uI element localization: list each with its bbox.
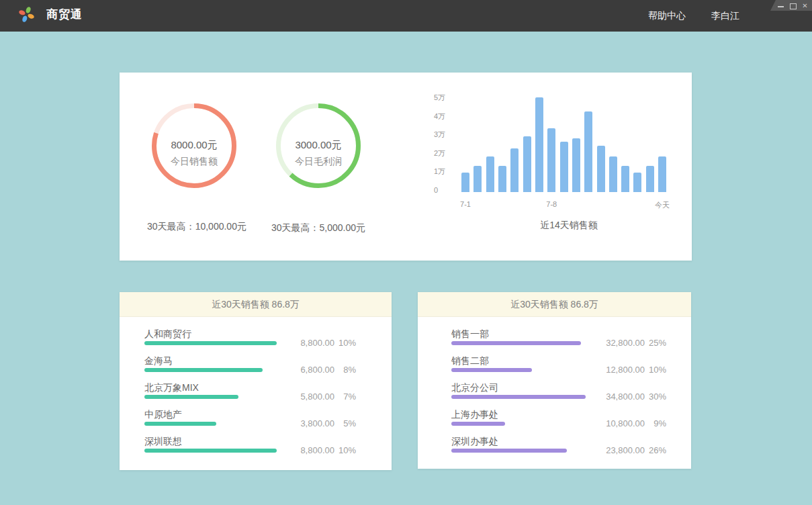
list-item: 中原地产3,800.005% — [144, 408, 356, 428]
item-percent: 9% — [645, 418, 666, 429]
chart-bar-day-1 — [461, 173, 469, 192]
minimize-button[interactable] — [778, 3, 784, 9]
user-menu[interactable]: 李白江 — [711, 10, 739, 22]
item-name: 金海马 — [144, 354, 173, 367]
item-amount: 12,800.00 — [606, 365, 645, 375]
item-amount: 6,800.00 — [300, 365, 334, 375]
titlebar[interactable]: 商贸通 帮助中心 李白江 ✕ — [0, 0, 812, 32]
item-amount: 3,800.00 — [300, 418, 334, 429]
item-amount: 5,800.00 — [300, 392, 334, 402]
y-axis-tick: 0 — [434, 185, 454, 195]
today-profit-donut: 3000.00元 今日毛利润 — [271, 99, 365, 193]
item-values: 6,800.008% — [300, 365, 356, 375]
chart-bar-day-17 — [658, 156, 666, 192]
chart-bar-day-10 — [572, 138, 580, 192]
item-progress-bar — [144, 341, 277, 345]
item-name: 北京万象MIX — [144, 381, 199, 394]
item-percent: 10% — [334, 445, 356, 456]
list-item: 上海办事处10,800.009% — [451, 408, 666, 428]
chart-bar-day-4 — [498, 166, 506, 192]
chart-bar-day-11 — [584, 111, 592, 192]
item-amount: 23,800.00 — [606, 445, 645, 456]
customer-list: 人和商贸行8,800.0010%金海马6,800.008%北京万象MIX5,80… — [120, 317, 392, 455]
item-percent: 30% — [645, 392, 666, 402]
close-button[interactable]: ✕ — [802, 3, 808, 9]
maximize-button[interactable] — [790, 3, 796, 9]
item-name: 深圳联想 — [144, 434, 182, 448]
list-item: 销售二部12,800.0010% — [451, 354, 666, 374]
item-amount: 8,800.00 — [300, 338, 334, 349]
today-profit-value: 3000.00元 — [271, 139, 365, 152]
y-axis-tick: 2万 — [434, 148, 454, 158]
department-sales-card: 近30天销售额 86.8万 销售一部32,800.0025%销售二部12,800… — [418, 292, 691, 469]
list-item: 销售一部32,800.0025% — [451, 327, 666, 347]
item-name: 销售一部 — [451, 327, 489, 340]
department-card-title: 近30天销售额 86.8万 — [418, 292, 691, 317]
item-percent: 8% — [334, 365, 356, 375]
list-item: 金海马6,800.008% — [144, 354, 356, 374]
item-values: 12,800.0010% — [606, 365, 666, 375]
item-percent: 26% — [645, 445, 666, 456]
item-progress-bar — [451, 368, 532, 372]
app-title: 商贸通 — [46, 7, 83, 22]
list-item: 北京万象MIX5,800.007% — [144, 381, 356, 401]
item-amount: 32,800.00 — [606, 338, 645, 349]
chart-bar-day-3 — [486, 156, 494, 192]
chart-bar-day-5 — [510, 148, 518, 192]
chart-bar-day-8 — [547, 128, 555, 192]
item-values: 10,800.009% — [606, 418, 666, 429]
list-item: 人和商贸行8,800.0010% — [144, 327, 356, 347]
item-amount: 10,800.00 — [606, 418, 645, 429]
item-values: 5,800.007% — [300, 392, 356, 402]
list-item: 北京分公司34,800.0030% — [451, 381, 666, 401]
y-axis-tick: 1万 — [434, 167, 454, 176]
item-amount: 8,800.00 — [300, 445, 334, 456]
item-percent: 10% — [334, 338, 356, 349]
item-progress-bar — [144, 368, 263, 372]
chart-bar-day-7 — [535, 97, 543, 192]
item-progress-bar — [144, 395, 238, 399]
item-name: 中原地产 — [144, 408, 182, 421]
item-progress-bar — [144, 449, 277, 453]
item-values: 34,800.0030% — [606, 392, 666, 402]
chart-title: 近14天销售额 — [461, 220, 676, 232]
customer-card-title: 近30天销售额 86.8万 — [120, 292, 392, 317]
customer-sales-card: 近30天销售额 86.8万 人和商贸行8,800.0010%金海马6,800.0… — [120, 292, 392, 470]
x-axis-tick: 7-1 — [451, 200, 480, 208]
y-axis-tick: 5万 — [434, 93, 454, 102]
list-item: 深圳联想8,800.0010% — [144, 434, 356, 455]
chart-bar-day-15 — [633, 173, 641, 192]
y-axis-tick: 3万 — [434, 130, 454, 139]
item-name: 北京分公司 — [451, 381, 498, 394]
y-axis-tick: 4万 — [434, 111, 454, 121]
chart-bar-day-2 — [473, 166, 482, 192]
app-logo-icon — [17, 5, 36, 24]
chart-bar-day-16 — [646, 166, 654, 192]
item-progress-bar — [144, 422, 216, 426]
sales-bar-chart: 5万4万3万2万1万0 7-17-8今天 近14天销售额 — [434, 93, 696, 235]
x-axis-tick: 今天 — [647, 200, 677, 210]
help-center-link[interactable]: 帮助中心 — [648, 10, 686, 22]
app-window: 商贸通 帮助中心 李白江 ✕ 8000.00元 今日销售额 3000 — [0, 0, 812, 505]
item-progress-bar — [451, 395, 586, 399]
brand: 商贸通 — [17, 5, 83, 24]
today-sales-donut: 8000.00元 今日销售额 — [147, 99, 241, 193]
item-values: 8,800.0010% — [300, 338, 356, 349]
chart-bar-day-14 — [621, 166, 629, 192]
today-sales-value: 8000.00元 — [147, 139, 241, 152]
item-values: 3,800.005% — [300, 418, 356, 429]
department-list: 销售一部32,800.0025%销售二部12,800.0010%北京分公司34,… — [418, 317, 691, 455]
chart-bar-day-6 — [523, 136, 531, 192]
item-progress-bar — [451, 341, 581, 345]
chart-bar-day-12 — [597, 146, 605, 192]
x-axis-tick: 7-8 — [537, 200, 566, 208]
item-amount: 34,800.00 — [606, 392, 645, 402]
overview-card: 8000.00元 今日销售额 3000.00元 今日毛利润 30天最高：10,0… — [120, 73, 692, 261]
item-name: 深圳办事处 — [451, 434, 498, 448]
list-item: 深圳办事处23,800.0026% — [451, 434, 666, 455]
item-values: 32,800.0025% — [606, 338, 666, 349]
item-percent: 7% — [334, 392, 356, 402]
item-name: 人和商贸行 — [144, 327, 191, 340]
profit-30day-max-caption: 30天最高：5,000.00元 — [241, 222, 396, 234]
item-progress-bar — [451, 449, 567, 453]
